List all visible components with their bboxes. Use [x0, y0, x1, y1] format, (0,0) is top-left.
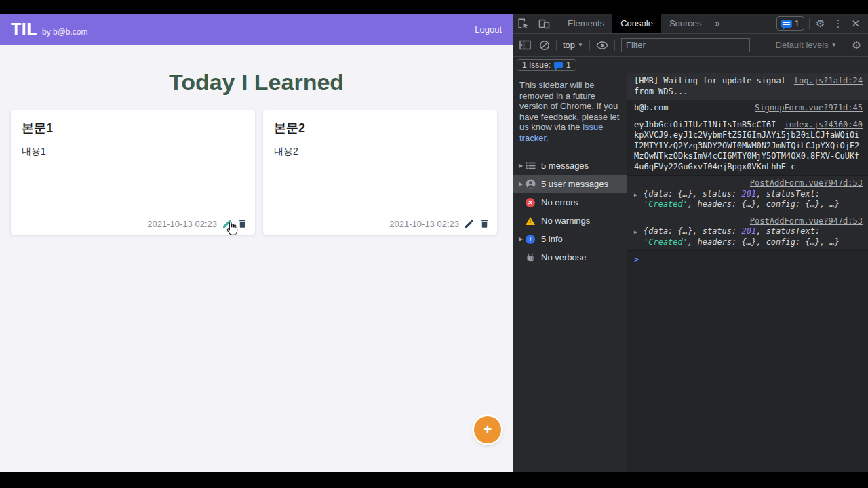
app-logo-subtitle: by b@b.com — [42, 27, 88, 37]
issues-chip[interactable]: 1 Issue: 1 — [517, 59, 576, 71]
console-toolbar: top▼ Default levels▼ ⚙ — [513, 34, 868, 57]
sidebar-item-info[interactable]: ▶ i 5 info — [513, 230, 627, 248]
console-settings-gear-icon[interactable]: ⚙ — [848, 39, 865, 52]
letterboxed-stage: TIL by b@b.com Logout Today I Learned 본문… — [0, 0, 868, 488]
expand-arrow-icon[interactable]: ▶ — [517, 181, 525, 187]
devtools-panel: Elements Console Sources » 1 ⚙ ⋮ ✕ — [513, 14, 868, 472]
issues-chip-count: 1 — [566, 60, 571, 70]
bug-icon — [525, 252, 536, 263]
tab-console[interactable]: Console — [612, 14, 661, 33]
source-link[interactable]: log.js?1afd:24 — [794, 76, 863, 87]
issues-bubble-icon — [781, 20, 792, 28]
kebab-menu-icon[interactable]: ⋮ — [829, 18, 847, 30]
eye-live-expression-icon[interactable] — [592, 41, 612, 49]
message-list-icon — [525, 161, 536, 171]
warning-icon — [525, 216, 536, 226]
logout-button[interactable]: Logout — [475, 24, 502, 35]
sidebar-item-user-messages[interactable]: ▶ 5 user messages — [513, 175, 627, 193]
issues-counter-button[interactable]: 1 — [776, 16, 804, 30]
issues-bubble-icon — [554, 62, 563, 68]
console-messages: log.js?1afd:24 [HMR] Waiting for update … — [627, 73, 868, 472]
source-link[interactable]: SignupForm.vue?971d:45 — [755, 103, 863, 114]
card-body: 내용1 — [22, 146, 244, 158]
info-icon: i — [525, 234, 536, 245]
card-title: 본문1 — [22, 120, 244, 136]
divider — [589, 40, 590, 51]
console-sidebar-toggle-icon[interactable] — [515, 40, 535, 50]
sidebar-deprecation-note: This sidebar will be removed in a future… — [513, 73, 627, 147]
delete-icon[interactable] — [479, 218, 490, 229]
console-prompt[interactable]: > — [627, 251, 868, 267]
devtools-tabbar: Elements Console Sources » 1 ⚙ ⋮ ✕ — [513, 14, 868, 34]
console-message: log.js?1afd:24 [HMR] Waiting for update … — [627, 73, 868, 100]
expand-arrow-icon[interactable]: ▶ — [517, 236, 525, 242]
issues-chip-label: 1 Issue: — [522, 60, 551, 70]
divider — [557, 18, 557, 29]
settings-gear-icon[interactable]: ⚙ — [812, 18, 829, 30]
more-tabs-icon[interactable]: » — [710, 14, 726, 33]
sidebar-item-messages[interactable]: ▶ 5 messages — [513, 157, 627, 175]
til-card: 본문1 내용1 2021-10-13 02:23 — [11, 110, 255, 235]
filter-input[interactable] — [621, 38, 750, 52]
clear-console-icon[interactable] — [535, 40, 554, 51]
sidebar-item-warnings[interactable]: No warnings — [513, 211, 627, 230]
divider — [809, 18, 810, 29]
tab-sources[interactable]: Sources — [661, 14, 710, 33]
til-app: TIL by b@b.com Logout Today I Learned 본문… — [0, 14, 513, 472]
page-title: Today I Learned — [0, 69, 513, 96]
sidebar-item-verbose[interactable]: No verbose — [513, 248, 627, 266]
source-link[interactable]: PostAddForm.vue?947d:53 — [641, 178, 863, 189]
log-levels-dropdown[interactable]: Default levels▼ — [769, 40, 844, 50]
source-link[interactable]: PostAddForm.vue?947d:53 — [641, 216, 863, 227]
expand-arrow-icon[interactable]: ▶ — [517, 163, 525, 169]
edit-icon[interactable] — [222, 218, 233, 229]
source-link[interactable]: index.js?4360:40 — [784, 120, 863, 131]
expand-object-icon[interactable]: ▶ — [634, 227, 637, 238]
card-timestamp: 2021-10-13 02:23 — [147, 219, 217, 229]
add-post-button[interactable]: + — [474, 416, 501, 443]
til-card: 본문2 내용2 2021-10-13 02:23 — [263, 110, 497, 235]
context-selector[interactable]: top▼ — [559, 40, 587, 50]
prompt-chevron-icon: > — [634, 255, 639, 264]
app-logo: TIL — [11, 20, 37, 39]
card-timestamp: 2021-10-13 02:23 — [389, 219, 459, 229]
divider — [846, 40, 846, 51]
card-body: 내용2 — [274, 146, 486, 158]
delete-icon[interactable] — [237, 218, 248, 229]
error-icon: ✕ — [525, 197, 536, 208]
edit-icon[interactable] — [464, 218, 475, 229]
console-message-object: PostAddForm.vue?947d:53 ▶{data: {…}, sta… — [627, 176, 868, 214]
issues-bar: 1 Issue: 1 — [513, 57, 868, 73]
chevron-down-icon: ▼ — [831, 42, 837, 48]
console-message-object: PostAddForm.vue?947d:53 ▶{data: {…}, sta… — [627, 214, 868, 251]
divider — [556, 40, 557, 51]
issues-counter-count: 1 — [795, 18, 800, 28]
sidebar-item-errors[interactable]: ✕ No errors — [513, 193, 627, 211]
card-list: 본문1 내용1 2021-10-13 02:23 본문2 내용2 — [0, 110, 513, 235]
console-message: SignupForm.vue?971d:45 b@b.com — [627, 100, 868, 117]
chevron-down-icon: ▼ — [578, 42, 583, 48]
console-sidebar: This sidebar will be removed in a future… — [513, 73, 627, 472]
inspect-element-icon[interactable] — [513, 14, 534, 33]
user-icon — [525, 179, 536, 190]
tab-elements[interactable]: Elements — [559, 14, 612, 33]
expand-object-icon[interactable]: ▶ — [634, 190, 637, 201]
divider — [614, 40, 615, 51]
device-toolbar-icon[interactable] — [534, 14, 555, 33]
app-header: TIL by b@b.com Logout — [0, 14, 513, 45]
close-devtools-icon[interactable]: ✕ — [847, 18, 864, 30]
console-message: index.js?4360:40 eyJhbGciOiJIUzI1NiIsInR… — [627, 117, 868, 176]
card-title: 본문2 — [274, 120, 486, 136]
